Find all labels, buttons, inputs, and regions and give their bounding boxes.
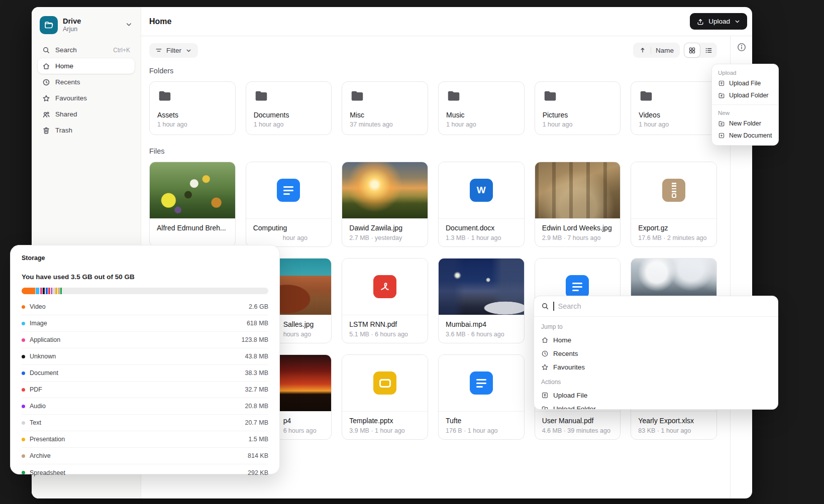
file-thumbnail — [631, 162, 716, 218]
menu-item-new-folder[interactable]: New Folder — [712, 117, 778, 130]
legend-value: 2.6 GB — [249, 303, 268, 310]
filter-label: Filter — [166, 47, 181, 54]
search-item-home[interactable]: Home — [541, 333, 771, 347]
file-card[interactable]: Export.gz17.6 MB · 2 minutes ago — [631, 162, 717, 247]
storage-usage-bar — [22, 288, 268, 294]
folder-card[interactable]: Pictures 1 hour ago — [535, 81, 621, 135]
file-name: Salles.jpg — [283, 320, 325, 328]
sidebar-search[interactable]: Search Ctrl+K — [38, 42, 135, 58]
legend-value: 123.8 MB — [241, 336, 268, 343]
folder-card[interactable]: Videos 1 hour ago — [631, 81, 717, 135]
file-meta: hour ago — [253, 234, 325, 241]
search-item-favourites[interactable]: Favourites — [541, 360, 771, 374]
legend-row: Video2.6 GB — [22, 299, 268, 315]
archive-file-icon — [662, 179, 685, 202]
file-upload-icon — [718, 80, 725, 87]
folder-card[interactable]: Misc 37 minutes ago — [342, 81, 428, 135]
folder-icon — [350, 88, 420, 105]
file-thumbnail — [342, 259, 428, 315]
legend-dot — [22, 438, 25, 441]
menu-item-label: New Document — [729, 132, 772, 139]
search-icon — [541, 302, 549, 310]
list-view-button[interactable] — [700, 43, 717, 58]
legend-value: 292 KB — [248, 469, 268, 476]
chevron-down-icon — [185, 47, 192, 54]
file-card[interactable]: Computinghour ago — [246, 162, 332, 247]
search-input[interactable] — [558, 302, 771, 310]
view-toggle — [684, 43, 717, 58]
file-name: Dawid Zawila.jpg — [349, 224, 421, 232]
folder-card[interactable]: Documents 1 hour ago — [246, 81, 332, 135]
file-name: LSTM RNN.pdf — [349, 320, 421, 328]
menu-item-upload-file[interactable]: Upload File — [712, 77, 778, 89]
search-action-upload-folder[interactable]: Upload Folder — [541, 402, 771, 410]
legend-label: Image — [30, 320, 247, 327]
file-card[interactable]: Mumbai.mp43.6 MB · 6 hours ago — [438, 258, 525, 343]
file-card[interactable]: Dawid Zawila.jpg2.7 MB · yesterday — [342, 162, 428, 247]
folder-meta: 1 hour ago — [254, 121, 324, 128]
sidebar-item-favourites[interactable]: Favourites — [38, 90, 135, 106]
folder-name: Pictures — [543, 111, 613, 119]
info-icon — [737, 43, 746, 52]
toolbar: Filter Name — [149, 43, 717, 58]
file-card[interactable]: Tufte176 B · 1 hour ago — [438, 354, 525, 440]
jump-to-section-label: Jump to — [541, 322, 771, 333]
grid-view-button[interactable] — [684, 43, 700, 58]
file-meta: 5.1 MB · 6 hours ago — [349, 331, 421, 338]
legend-label: Text — [30, 419, 245, 426]
file-plus-icon — [718, 132, 725, 139]
sidebar-search-label: Search — [55, 46, 108, 54]
folder-name: Music — [446, 111, 517, 119]
storage-panel: Storage You have used 3.5 GB out of 50 G… — [10, 245, 280, 474]
menu-item-upload-folder[interactable]: Upload Folder — [712, 89, 778, 101]
folder-card[interactable]: Assets 1 hour ago — [149, 81, 236, 135]
file-card[interactable]: W Document.docx1.3 MB · 1 hour ago — [438, 162, 525, 247]
sort-button[interactable]: Name — [633, 43, 680, 58]
sidebar-item-label: Shared — [55, 110, 130, 118]
legend-value: 814 KB — [248, 452, 268, 459]
search-action-upload-file[interactable]: Upload File — [541, 389, 771, 402]
file-card[interactable]: Alfred Edmund Breh... — [149, 162, 236, 247]
chevron-down-icon — [734, 18, 741, 25]
legend-label: Unknown — [30, 353, 245, 360]
file-card[interactable]: LSTM RNN.pdf5.1 MB · 6 hours ago — [342, 258, 428, 343]
file-thumbnail — [439, 259, 524, 315]
legend-label: Archive — [30, 452, 248, 459]
legend-label: Video — [30, 303, 249, 310]
upload-icon — [696, 18, 704, 26]
menu-item-new-document[interactable]: New Document — [712, 130, 778, 142]
legend-label: Spreadsheet — [30, 469, 248, 476]
filter-button[interactable]: Filter — [149, 43, 198, 58]
file-meta: 176 B · 1 hour ago — [446, 427, 517, 434]
folder-icon — [446, 88, 517, 105]
legend-dot — [22, 305, 25, 309]
pdf-file-icon — [373, 275, 396, 298]
presentation-file-icon — [373, 371, 396, 395]
file-card[interactable]: Template.pptx3.9 MB · 1 hour ago — [342, 354, 428, 440]
document-file-icon — [566, 275, 589, 298]
folder-meta: 1 hour ago — [543, 121, 613, 128]
search-input-row[interactable] — [534, 296, 778, 317]
legend-row: Text20.7 MB — [22, 415, 268, 431]
sidebar-item-shared[interactable]: Shared — [38, 106, 135, 122]
file-name: Alfred Edmund Breh... — [157, 224, 228, 232]
folder-card[interactable]: Music 1 hour ago — [438, 81, 525, 135]
sidebar-item-recents[interactable]: Recents — [38, 74, 135, 90]
menu-section-new: New — [712, 108, 778, 117]
actions-section-label: Actions — [541, 377, 771, 389]
file-card[interactable]: Edwin Lord Weeks.jpg2.9 MB · 7 hours ago — [535, 162, 621, 247]
folder-name: Assets — [157, 111, 228, 119]
file-name: User Manual.pdf — [542, 417, 613, 425]
file-thumbnail — [342, 355, 428, 411]
drive-logo-icon — [40, 16, 58, 34]
file-meta: 2.7 MB · yesterday — [349, 234, 421, 241]
search-item-recents[interactable]: Recents — [541, 347, 771, 360]
sidebar-item-home[interactable]: Home — [38, 58, 135, 74]
star-icon — [541, 363, 549, 371]
sidebar-item-trash[interactable]: Trash — [38, 122, 135, 138]
folder-meta: 37 minutes ago — [350, 121, 420, 128]
workspace-switcher[interactable]: Drive Arjun — [38, 14, 135, 42]
upload-button[interactable]: Upload — [690, 13, 747, 30]
filter-icon — [155, 47, 162, 54]
file-meta: 83 KB · 1 hour ago — [638, 427, 709, 434]
